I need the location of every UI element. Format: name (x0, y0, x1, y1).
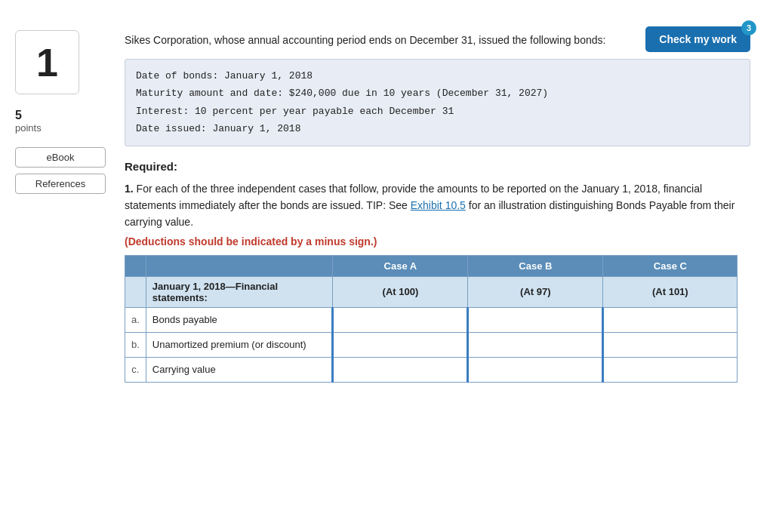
bond-line4: Date issued: January 1, 2018 (136, 120, 739, 137)
sidebar: 1 5 points eBook References (0, 15, 117, 517)
table-row: c. Carrying value (125, 357, 738, 382)
question-number: 1 (36, 40, 58, 85)
required-label: Required: (125, 160, 750, 173)
table-subheader-label: January 1, 2018—Financial statements: (146, 276, 333, 307)
input-case-b-0[interactable] (475, 311, 596, 329)
question-number-box: 1 (15, 30, 79, 94)
input-case-a-0[interactable] (340, 311, 460, 329)
table-col-blank1 (125, 255, 146, 276)
bond-line3: Interest: 10 percent per year payable ea… (136, 103, 739, 120)
references-button[interactable]: References (15, 174, 106, 194)
row-letter-2: c. (125, 357, 146, 382)
row-case-b-0[interactable] (468, 307, 603, 332)
bond-line1: Date of bonds: January 1, 2018 (136, 67, 739, 85)
table-subheader-case-a: (At 100) (333, 276, 468, 307)
bond-info-box: Date of bonds: January 1, 2018 Maturity … (125, 59, 750, 146)
input-case-c-0[interactable] (610, 311, 731, 329)
check-btn-label: Check my work (659, 33, 737, 45)
row-case-c-1[interactable] (603, 332, 738, 357)
financial-table: Case A Case B Case C January 1, 2018—Fin… (125, 255, 738, 383)
row-label-0: Bonds payable (146, 307, 333, 332)
input-case-c-2[interactable] (610, 361, 731, 379)
row-letter-0: a. (125, 307, 146, 332)
bond-line2: Maturity amount and date: $240,000 due i… (136, 85, 739, 102)
row-case-a-2[interactable] (333, 357, 468, 382)
row-case-c-0[interactable] (603, 307, 738, 332)
input-case-a-2[interactable] (340, 361, 460, 379)
table-col-blank2 (146, 255, 333, 276)
deduction-note: (Deductions should be indicated by a min… (125, 235, 377, 248)
row-case-c-2[interactable] (603, 357, 738, 382)
points-value: 5 (15, 108, 106, 122)
input-case-b-2[interactable] (475, 361, 596, 379)
check-btn-badge: 3 (741, 20, 756, 35)
table-header-case-b: Case B (468, 255, 603, 276)
exhibit-link[interactable]: Exhibit 10.5 (411, 199, 466, 211)
row-label-1: Unamortized premium (or discount) (146, 332, 333, 357)
points-label: points (15, 122, 106, 134)
ebook-button[interactable]: eBook (15, 147, 106, 168)
row-case-a-0[interactable] (333, 307, 468, 332)
table-row: a. Bonds payable (125, 307, 738, 332)
input-case-a-1[interactable] (340, 336, 460, 354)
table-header-case-a: Case A (333, 255, 468, 276)
question-body: 1. For each of the three independent cas… (125, 180, 750, 231)
input-case-c-1[interactable] (610, 336, 731, 354)
table-subheader-case-b: (At 97) (468, 276, 603, 307)
row-case-b-1[interactable] (468, 332, 603, 357)
row-label-2: Carrying value (146, 357, 333, 382)
input-case-b-1[interactable] (475, 336, 596, 354)
row-case-b-2[interactable] (468, 357, 603, 382)
check-my-work-button[interactable]: Check my work 3 (645, 26, 750, 52)
table-header-case-c: Case C (603, 255, 738, 276)
row-case-a-1[interactable] (333, 332, 468, 357)
row-letter-1: b. (125, 332, 146, 357)
table-subheader-blank1 (125, 276, 146, 307)
table-subheader-case-c: (At 101) (603, 276, 738, 307)
check-btn-container: Check my work 3 (645, 26, 750, 52)
table-row: b. Unamortized premium (or discount) (125, 332, 738, 357)
main-content: Check my work 3 Sikes Corporation, whose… (117, 15, 773, 517)
